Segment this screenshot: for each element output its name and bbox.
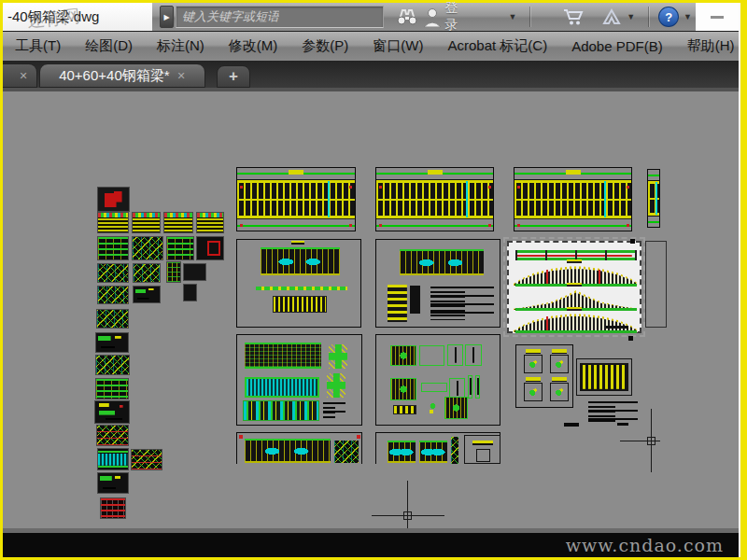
drawing-element — [388, 285, 423, 322]
thumbnail-sheet[interactable] — [133, 286, 161, 303]
drawing-element — [524, 355, 543, 373]
drawing-sheet-plan[interactable] — [375, 167, 494, 231]
thumbnail-sheet[interactable] — [97, 448, 129, 470]
title-bar: -40钢箱梁.dwg 迷你网 ▶ 键入关键字或短语 登录 ▼ — [3, 3, 739, 31]
drawing-element — [291, 241, 304, 245]
close-icon[interactable]: ✕ — [177, 70, 186, 82]
drawing-element — [546, 270, 548, 284]
drawing-element — [514, 314, 638, 332]
drawing-element — [567, 259, 582, 263]
empty-sheet-frame[interactable] — [645, 241, 667, 328]
selected-drawing-sheet[interactable] — [507, 241, 641, 333]
drawing-element — [245, 439, 331, 463]
minimize-button[interactable] — [711, 16, 724, 19]
drawing-sheet[interactable] — [236, 239, 361, 328]
selection-grip — [630, 239, 635, 244]
crosshair-pickbox — [647, 437, 655, 445]
thumbnail-sheet[interactable] — [133, 263, 161, 283]
annotation-dash — [617, 423, 628, 426]
thumbnail-sheet[interactable] — [131, 449, 162, 470]
drawing-element — [472, 441, 493, 445]
drawing-element — [256, 287, 347, 290]
thumbnail-sheet[interactable] — [183, 284, 197, 301]
menu-item[interactable]: 标注(N) — [157, 37, 204, 55]
thumbnail-sheet[interactable] — [132, 236, 163, 260]
thumbnail-sheet[interactable] — [166, 236, 194, 260]
drawing-sheet-plan[interactable] — [236, 167, 356, 231]
drawing-sheet[interactable] — [236, 432, 362, 464]
thumbnail-sheet[interactable] — [196, 236, 224, 260]
drawing-element — [451, 437, 458, 464]
drawing-element — [476, 449, 490, 462]
menu-item[interactable]: 工具(T) — [15, 37, 61, 55]
user-avatar-icon[interactable] — [423, 7, 442, 27]
thumbnail-sheet[interactable] — [97, 187, 130, 212]
drawing-element — [567, 307, 582, 311]
drawing-canvas[interactable] — [3, 91, 739, 528]
drawing-sheet-plan[interactable] — [514, 167, 632, 231]
login-button[interactable]: 登录 — [445, 0, 472, 34]
drawing-sheet-plan[interactable] — [647, 169, 660, 228]
thumbnail-sheet[interactable] — [166, 261, 181, 283]
drawing-sheet[interactable] — [236, 334, 362, 426]
toolbar-divider — [529, 7, 530, 27]
drawing-element — [475, 375, 480, 399]
application-window: -40钢箱梁.dwg 迷你网 ▶ 键入关键字或短语 登录 ▼ — [0, 0, 747, 560]
drawing-element — [546, 316, 548, 330]
drawing-sheet[interactable] — [515, 344, 573, 408]
menu-item[interactable]: 窗口(W) — [373, 37, 423, 55]
menu-item[interactable]: Acrobat 标记(C) — [447, 37, 547, 55]
thumbnail-sheet[interactable] — [100, 497, 126, 519]
thumbnail-sheet[interactable] — [95, 355, 130, 375]
drawing-sheet[interactable] — [375, 239, 500, 328]
drawing-element — [245, 343, 321, 369]
thumbnail-sheet[interactable] — [97, 212, 129, 233]
thumbnail-sheet[interactable] — [94, 400, 130, 424]
help-icon[interactable]: ? — [658, 7, 679, 27]
play-icon: ▶ — [163, 13, 169, 21]
drawing-sheet[interactable] — [375, 334, 500, 426]
drawing-element — [449, 378, 465, 399]
menu-item[interactable]: 修改(M) — [229, 37, 278, 55]
drawing-element — [419, 345, 444, 366]
tab-partial[interactable]: ✕ — [3, 63, 37, 88]
thumbnail-sheet[interactable] — [97, 472, 129, 494]
thumbnail-sheet[interactable] — [97, 286, 129, 304]
close-icon[interactable]: ✕ — [19, 70, 27, 82]
menu-item[interactable]: 帮助(H) — [687, 37, 735, 55]
thumbnail-sheet[interactable] — [183, 263, 206, 281]
drawing-sheet[interactable] — [576, 358, 632, 396]
tab-active[interactable]: 40+60+40钢箱梁* ✕ — [39, 63, 205, 88]
drawing-element — [567, 283, 582, 287]
drawing-sheet[interactable] — [375, 432, 500, 464]
watermark: www.cndao.com — [566, 535, 739, 555]
chevron-down-icon[interactable]: ▼ — [627, 12, 635, 21]
search-input[interactable]: 键入关键字或短语 — [176, 6, 384, 28]
thumbnail-sheet[interactable] — [132, 212, 161, 233]
shopping-cart-icon[interactable] — [562, 7, 585, 26]
drawing-element — [430, 287, 494, 320]
thumbnail-sheet[interactable] — [163, 212, 193, 233]
thumbnail-sheet[interactable] — [95, 332, 129, 353]
chevron-down-icon[interactable]: ▼ — [684, 12, 692, 21]
binoculars-search-icon[interactable] — [397, 8, 417, 25]
thumbnail-sheet[interactable] — [196, 212, 224, 233]
window-controls — [696, 3, 739, 31]
thumbnail-sheet[interactable] — [95, 378, 129, 399]
thumbnail-sheet[interactable] — [96, 425, 129, 446]
menu-item[interactable]: 参数(P) — [302, 37, 348, 55]
quick-access-toolbar: ▶ 键入关键字或短语 登录 ▼ ▼ — [152, 3, 696, 31]
menu-item[interactable]: 绘图(D) — [85, 37, 133, 55]
annotation-text — [588, 401, 638, 424]
drawing-element — [388, 441, 416, 463]
toolbar-expand-button[interactable]: ▶ — [160, 6, 174, 28]
chevron-down-icon[interactable]: ▼ — [508, 12, 516, 21]
thumbnail-sheet[interactable] — [96, 309, 129, 329]
thumbnail-sheet[interactable] — [97, 236, 129, 260]
thumbnail-sheet[interactable] — [97, 263, 129, 283]
drawing-element — [524, 383, 543, 401]
a360-logo-icon[interactable] — [601, 8, 622, 25]
new-tab-button[interactable]: + — [217, 65, 250, 88]
menu-item[interactable]: Adobe PDF(B) — [571, 38, 663, 54]
drawing-element — [464, 435, 500, 464]
